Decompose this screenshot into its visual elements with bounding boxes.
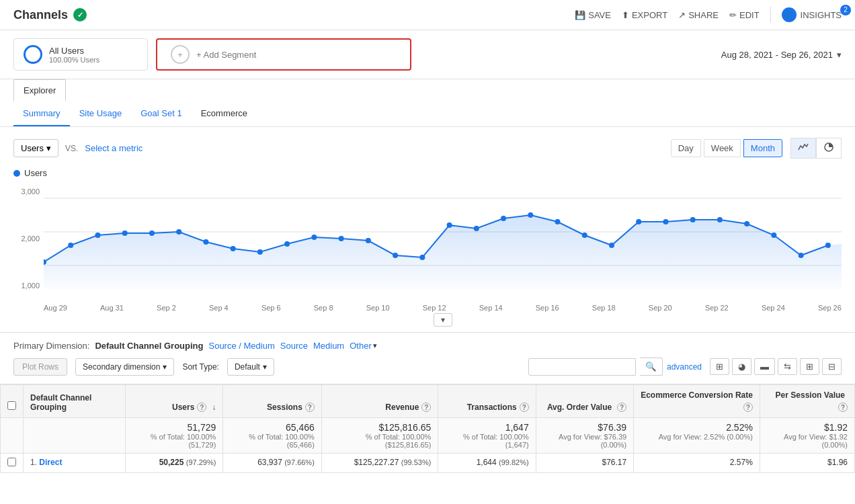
conversion-help-icon[interactable]: ? [743,403,753,412]
verified-icon: ✓ [73,8,87,22]
date-range-text: Aug 28, 2021 - Sep 26, 2021 [721,50,833,60]
add-segment-label: + Add Segment [196,50,256,60]
source-link[interactable]: Source [280,341,308,351]
data-table: Default Channel Grouping Users ? ↓ Sessi… [0,384,855,473]
transactions-help-icon[interactable]: ? [520,403,529,412]
primary-dimension-label: Primary Dimension: [13,341,89,351]
channel-link[interactable]: Direct [39,458,62,467]
active-dimension: Default Channel Grouping [95,341,203,351]
sec-dim-dropdown-icon: ▾ [163,362,167,372]
sort-type-select[interactable]: Default ▾ [227,358,274,376]
sub-tabs: Summary Site Usage Goal Set 1 Ecommerce [13,101,842,126]
svg-point-16 [366,238,371,243]
th-transactions: Transactions ? [438,385,536,418]
compare-view-button[interactable]: ⇆ [778,358,797,375]
chart-controls: Users ▾ VS. Select a metric Day Week Mon… [13,138,842,159]
pie-chart-button[interactable] [816,138,842,159]
users-help-icon[interactable]: ? [197,403,206,412]
share-button[interactable]: ↗ SHARE [678,10,719,20]
date-range-picker[interactable]: Aug 28, 2021 - Sep 26, 2021 ▾ [721,38,842,71]
x-label: Sep 8 [314,304,333,312]
pivot-view-button[interactable]: ⊞ [800,358,819,375]
save-button[interactable]: 💾 SAVE [575,10,611,20]
plot-rows-button[interactable]: Plot Rows [13,358,67,376]
total-conversion-cell: 2.52% Avg for View: 2.52% (0.00%) [634,418,760,454]
line-chart-svg [44,185,842,299]
search-button[interactable]: 🔍 [640,358,663,376]
export-icon: ⬆ [622,10,629,20]
all-users-segment[interactable]: All Users 100.00% Users [13,38,148,71]
tab-goal-set[interactable]: Goal Set 1 [131,101,191,126]
line-chart-icon [798,142,809,153]
chart-section: Users ▾ VS. Select a metric Day Week Mon… [0,127,855,327]
line-chart-button[interactable] [790,138,816,159]
period-day-button[interactable]: Day [671,139,701,157]
avg-order-help-icon[interactable]: ? [617,403,626,412]
other-dropdown[interactable]: Other ▾ [350,341,377,351]
svg-point-17 [393,253,398,258]
metric-label: Users [21,143,44,153]
period-week-button[interactable]: Week [704,139,741,157]
top-bar-actions: 💾 SAVE ⬆ EXPORT ↗ SHARE ✏ EDIT 👤 INSIGHT… [575,7,842,23]
pie-view-button[interactable]: ◕ [732,358,751,375]
per-session-help-icon[interactable]: ? [838,403,848,412]
total-revenue-cell: $125,816.65 % of Total: 100.00% ($125,81… [321,418,438,454]
source-medium-link[interactable]: Source / Medium [208,341,274,351]
metric-dropdown-icon: ▾ [46,143,51,153]
svg-point-29 [717,217,723,222]
add-circle-icon: + [171,45,190,64]
chart-expand-button[interactable]: ▾ [44,313,842,327]
x-label: Sep 6 [261,304,281,312]
tab-ecommerce[interactable]: Ecommerce [192,101,257,126]
select-metric-button[interactable]: Select a metric [85,143,142,153]
edit-button[interactable]: ✏ EDIT [729,10,760,20]
tab-site-usage[interactable]: Site Usage [70,101,132,126]
tab-summary[interactable]: Summary [13,101,70,126]
row-checkbox-cell [1,454,24,473]
revenue-help-icon[interactable]: ? [421,403,431,412]
secondary-dimension-bar: Plot Rows Secondary dimension ▾ Sort Typ… [13,358,842,376]
total-per-session-cell: $1.92 Avg for View: $1.92 (0.00%) [760,418,854,454]
search-input[interactable] [528,358,636,376]
metric-selector[interactable]: Users ▾ [13,139,58,157]
insights-button[interactable]: 👤 INSIGHTS 2 [782,7,842,22]
x-label: Sep 14 [479,304,503,312]
svg-point-28 [690,217,696,222]
row-sessions-cell: 63,937 (97.66%) [223,454,321,473]
table-view-button[interactable]: ⊟ [822,358,842,375]
sort-dropdown-icon: ▾ [263,362,267,372]
legend-label: Users [24,168,47,178]
total-users-cell: 51,729 % of Total: 100.00% (51,729) [126,418,223,454]
svg-point-27 [663,219,668,224]
svg-point-12 [257,249,263,255]
total-avg-order-cell: $76.39 Avg for View: $76.39 (0.00%) [536,418,633,454]
advanced-link[interactable]: advanced [667,362,702,372]
add-segment-button[interactable]: + + Add Segment [156,38,411,71]
explorer-tab[interactable]: Explorer [13,79,66,101]
medium-link[interactable]: Medium [313,341,344,351]
export-button[interactable]: ⬆ EXPORT [622,10,667,20]
segment-bar: All Users 100.00% Users + + Add Segment … [0,30,855,79]
search-icon: 🔍 [645,362,657,372]
total-channel-cell [24,418,126,454]
secondary-dimension-select[interactable]: Secondary dimension ▾ [75,358,174,376]
svg-point-10 [203,239,208,245]
select-all-checkbox[interactable] [7,401,16,410]
svg-point-31 [771,233,776,238]
share-icon: ↗ [678,10,686,20]
chart-legend: Users [13,168,842,178]
primary-dimension-bar: Primary Dimension: Default Channel Group… [13,341,842,351]
bar-view-button[interactable]: ▬ [754,358,775,375]
row-transactions-pct: (99.82%) [499,458,529,466]
grid-view-button[interactable]: ⊞ [710,358,729,375]
svg-point-30 [744,221,749,226]
sessions-help-icon[interactable]: ? [305,403,315,412]
row-checkbox[interactable] [7,458,16,466]
period-month-button[interactable]: Month [743,139,782,157]
row-per-session-cell: $1.96 [760,454,854,473]
row-avg-order-cell: $76.17 [536,454,633,473]
th-users: Users ? ↓ [126,385,223,418]
other-link: Other [350,341,372,351]
table-header-row: Default Channel Grouping Users ? ↓ Sessi… [1,385,855,418]
sort-arrow-icon: ↓ [212,403,216,412]
